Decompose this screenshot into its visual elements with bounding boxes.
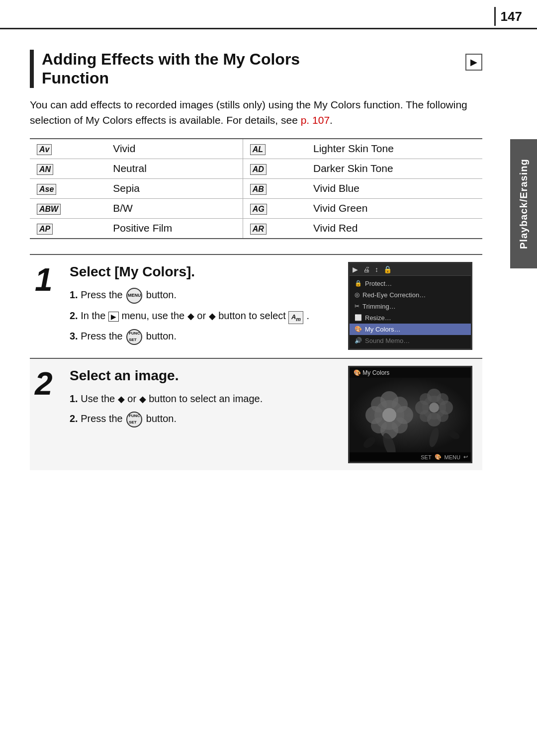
effect-right-icon: AL: [243, 139, 306, 159]
image-area: [350, 378, 471, 452]
page-link[interactable]: p. 107: [301, 114, 330, 126]
effect-left-icon: Av: [30, 139, 106, 159]
title-section: Adding Effects with the My Colors Functi…: [30, 50, 482, 88]
step-1-section: 1 Select [My Colors]. 1. Press the MENU …: [30, 254, 482, 358]
func-set-button-icon-1: FUNCSET: [126, 329, 142, 345]
menu-item-sound-memo: 🔊 Sound Memo…: [350, 335, 471, 346]
playback-menu-icon: ▶: [108, 312, 119, 322]
page-number-divider: [494, 7, 496, 26]
camera-screen-tabs: ▶ 🖨 ↕ 🔒: [350, 263, 471, 276]
table-row: AP Positive Film AR Vivid Red: [30, 218, 482, 239]
effect-left-label: Positive Film: [106, 218, 243, 239]
menu-button-icon: MENU: [126, 288, 142, 304]
effect-left-icon: ABW: [30, 198, 106, 218]
page-number: 147: [501, 9, 522, 24]
svg-point-20: [429, 403, 439, 413]
svg-point-17: [437, 393, 448, 405]
svg-point-18: [420, 410, 432, 422]
step-1-number-col: 1: [30, 255, 65, 358]
menu-item-resize: ⬜ Resize…: [350, 312, 471, 324]
func-set-button-icon-2: FUNCSET: [126, 412, 142, 427]
step-2-number-col: 2: [30, 359, 65, 470]
camera-screen-1: ▶ 🖨 ↕ 🔒 🔒 Protect… ◎ Red-Eye Correction…: [348, 262, 472, 350]
step-2-number: 2: [35, 368, 53, 400]
svg-point-10: [382, 408, 396, 422]
effect-right-label: Lighter Skin Tone: [306, 139, 482, 159]
effects-table: Av Vivid AL Lighter Skin Tone AN Neutral…: [30, 138, 482, 239]
chapter-tab: Playback/Erasing: [510, 139, 537, 268]
effect-left-label: Sepia: [106, 178, 243, 198]
effect-left-label: Neutral: [106, 159, 243, 178]
camera-menu-list: 🔒 Protect… ◎ Red-Eye Correction… ✂ Trimm…: [350, 276, 471, 348]
step-2-screen: 🎨 My Colors: [343, 359, 482, 470]
title-box: Adding Effects with the My Colors Functi…: [30, 50, 300, 88]
step-2-title: Select an image.: [70, 368, 333, 384]
effect-right-label: Vivid Blue: [306, 178, 482, 198]
step-1-number: 1: [35, 264, 53, 296]
table-row: ABW B/W AG Vivid Green: [30, 198, 482, 218]
effect-right-icon: AB: [243, 178, 306, 198]
step-1-screen: ▶ 🖨 ↕ 🔒 🔒 Protect… ◎ Red-Eye Correction…: [343, 255, 482, 358]
effect-right-icon: AG: [243, 198, 306, 218]
effect-right-icon: AR: [243, 218, 306, 239]
playback-mode-icon: ▶: [465, 54, 482, 71]
page-title: Adding Effects with the My Colors Functi…: [42, 50, 300, 88]
effect-right-label: Vivid Red: [306, 218, 482, 239]
top-border-line: [0, 28, 537, 29]
camera-screen-2: 🎨 My Colors: [348, 366, 472, 463]
description-text: You can add effects to recorded images (…: [30, 97, 482, 128]
svg-point-19: [437, 410, 448, 422]
menu-item-my-colors: 🎨 My Colors…: [350, 324, 471, 335]
effect-right-label: Darker Skin Tone: [306, 159, 482, 178]
flower-svg: [350, 378, 471, 452]
my-colors-icon-badge: Am: [288, 311, 303, 325]
table-row: Av Vivid AL Lighter Skin Tone: [30, 139, 482, 159]
effect-left-icon: AN: [30, 159, 106, 178]
bottom-spacer: [0, 490, 537, 689]
menu-item-red-eye: ◎ Red-Eye Correction…: [350, 289, 471, 301]
table-row: Ase Sepia AB Vivid Blue: [30, 178, 482, 198]
page-number-area: 147: [494, 7, 522, 26]
effect-right-icon: AD: [243, 159, 306, 178]
effect-left-label: B/W: [106, 198, 243, 218]
step-1-title: Select [My Colors].: [70, 264, 333, 280]
menu-item-trimming: ✂ Trimming…: [350, 301, 471, 312]
step-2-section: 2 Select an image. 1. Use the ◆ or ◆ but…: [30, 358, 482, 470]
svg-point-16: [420, 393, 432, 405]
step-2-content: Select an image. 1. Use the ◆ or ◆ butto…: [65, 359, 343, 470]
menu-item-protect: 🔒 Protect…: [350, 278, 471, 289]
effect-right-label: Vivid Green: [306, 198, 482, 218]
effect-left-icon: Ase: [30, 178, 106, 198]
step-1-content: Select [My Colors]. 1. Press the MENU bu…: [65, 255, 343, 358]
step-2-body: 1. Use the ◆ or ◆ button to select an im…: [70, 391, 333, 427]
table-row: AN Neutral AD Darker Skin Tone: [30, 159, 482, 178]
image-screen-header: 🎨 My Colors: [350, 367, 471, 378]
effect-left-icon: AP: [30, 218, 106, 239]
effect-left-label: Vivid: [106, 139, 243, 159]
image-screen-footer: SET 🎨 MENU ↩: [350, 452, 471, 462]
step-1-body: 1. Press the MENU button. 2. In the ▶ me…: [70, 287, 333, 345]
